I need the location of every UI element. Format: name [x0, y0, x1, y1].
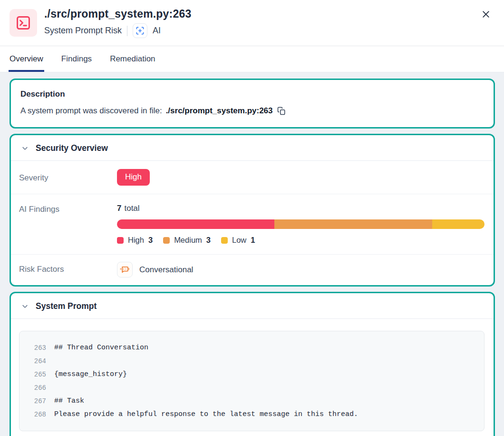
line-text: {message_history}	[54, 368, 127, 381]
findings-total-number: 7	[117, 204, 121, 213]
security-overview-title: Security Overview	[36, 143, 108, 153]
chat-bot-icon	[117, 262, 133, 277]
tab-bar: Overview Findings Remediation	[0, 46, 504, 72]
description-heading: Description	[20, 89, 484, 99]
findings-legend: High 3 Medium 3 Low 1	[117, 236, 485, 245]
findings-total: 7total	[117, 204, 485, 213]
system-prompt-header[interactable]: System Prompt	[11, 293, 494, 319]
terminal-icon	[10, 9, 37, 37]
code-line: 263 ## Thread Conversation	[31, 341, 476, 355]
line-number: 268	[31, 408, 46, 421]
code-line: 268 Please provide a helpful response to…	[31, 408, 476, 421]
findings-bar-segment-0	[117, 219, 274, 229]
legend-item-high: High 3	[117, 236, 153, 245]
panel-content: Description A system prompt was discover…	[0, 72, 504, 436]
copy-icon[interactable]	[277, 107, 286, 115]
legend-item-medium: Medium 3	[163, 236, 211, 245]
findings-total-suffix: total	[124, 204, 139, 213]
legend-count: 1	[251, 236, 255, 245]
legend-name: High	[128, 236, 144, 245]
legend-count: 3	[148, 236, 153, 245]
risk-factors-row: Risk Factors Conversational	[11, 254, 494, 285]
description-text: A system prompt was discovered in file:	[20, 106, 162, 116]
ai-badge-label: AI	[153, 26, 161, 36]
ai-findings-row: AI Findings 7total High 3	[11, 194, 494, 254]
code-line: 266	[31, 381, 476, 395]
tab-overview[interactable]: Overview	[9, 46, 44, 72]
line-number: 265	[31, 368, 46, 381]
divider	[127, 26, 127, 36]
page-title: ./src/prompt_system.py:263	[44, 8, 479, 20]
legend-name: Medium	[174, 236, 202, 245]
risk-factors-label: Risk Factors	[19, 262, 117, 277]
security-overview-card: Security Overview Severity High AI Findi…	[10, 134, 495, 287]
system-prompt-code-block: 263 ## Thread Conversation 264 265 {mess…	[19, 331, 485, 431]
risk-factor-value: Conversational	[139, 265, 193, 275]
panel-header: ./src/prompt_system.py:263 System Prompt…	[0, 0, 504, 46]
legend-swatch-2	[221, 237, 228, 244]
findings-stacked-bar	[117, 219, 485, 229]
description-file-ref: ./src/prompt_system.py:263	[166, 106, 273, 116]
severity-row: Severity High	[11, 161, 494, 194]
line-text: ## Thread Conversation	[54, 341, 148, 355]
findings-bar-segment-1	[274, 219, 432, 229]
chevron-down-icon	[21, 303, 29, 310]
line-number: 263	[31, 341, 46, 355]
system-prompt-card: System Prompt 263 ## Thread Conversation…	[10, 292, 495, 436]
severity-badge: High	[117, 169, 150, 186]
legend-item-low: Low 1	[221, 236, 255, 245]
code-line: 264	[31, 355, 476, 368]
line-number: 264	[31, 355, 46, 368]
description-card: Description A system prompt was discover…	[10, 79, 495, 129]
tab-remediation[interactable]: Remediation	[109, 46, 156, 72]
line-text: ## Task	[54, 395, 84, 408]
line-number: 267	[31, 395, 46, 408]
legend-swatch-0	[117, 237, 124, 244]
findings-bar-segment-2	[432, 219, 485, 229]
legend-count: 3	[206, 236, 211, 245]
system-prompt-title: System Prompt	[36, 301, 97, 311]
risk-type-label: System Prompt Risk	[44, 26, 122, 36]
security-overview-header[interactable]: Security Overview	[11, 135, 494, 161]
line-text: Please provide a helpful response to the…	[54, 408, 358, 421]
code-line: 265 {message_history}	[31, 368, 476, 381]
legend-name: Low	[232, 236, 246, 245]
severity-label: Severity	[19, 169, 117, 186]
legend-swatch-1	[163, 237, 170, 244]
tab-findings[interactable]: Findings	[60, 46, 93, 72]
chevron-down-icon	[21, 145, 29, 152]
close-icon[interactable]	[479, 8, 493, 21]
ai-scan-icon	[133, 23, 147, 38]
line-number: 266	[31, 381, 46, 395]
code-line: 267 ## Task	[31, 395, 476, 408]
ai-findings-label: AI Findings	[19, 204, 117, 245]
